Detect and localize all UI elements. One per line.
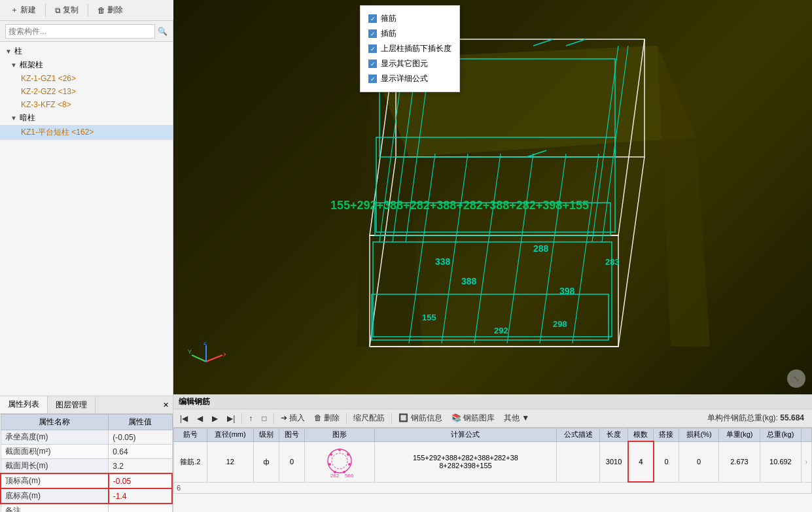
rebar-library-button[interactable]: 📚 钢筋图库: [448, 411, 499, 425]
prop-value[interactable]: (-0.05): [109, 430, 172, 445]
tab-property[interactable]: 属性列表: [0, 396, 48, 413]
separator: [45, 4, 46, 17]
nav-next-button[interactable]: ▶: [208, 413, 222, 424]
checkbox-insert[interactable]: [368, 29, 377, 38]
col-total-weight: 总重(kg): [760, 428, 801, 442]
prop-name: 承坐高度(m): [1, 430, 109, 445]
prop-value[interactable]: -0.05: [109, 473, 172, 488]
navigate-icon[interactable]: ⤡: [787, 369, 805, 388]
3d-viewport[interactable]: 箍筋 插筋 上层柱插筋下插长度 显示其它图元 显示详细公式: [173, 0, 812, 394]
tree-item-kz1-platform[interactable]: KZ1-平台短柱 <162>: [0, 125, 173, 140]
menu-label-upper-insert: 上层柱插筋下插长度: [381, 43, 451, 54]
checkbox-hoop[interactable]: [368, 14, 377, 23]
cell-diameter[interactable]: 12: [207, 441, 253, 482]
prop-row-note: 备注: [1, 503, 172, 512]
checkbox-show-others[interactable]: [368, 60, 377, 68]
prop-row: 截面周长(m) 3.2: [1, 459, 172, 474]
prop-name: 截面周长(m): [1, 459, 109, 474]
edit-rebar-title: 编辑钢筋: [179, 396, 210, 407]
popup-menu: 箍筋 插筋 上层柱插筋下插长度 显示其它图元 显示详细公式: [360, 5, 460, 92]
box-button[interactable]: □: [258, 413, 270, 424]
cell-splice[interactable]: 0: [654, 441, 679, 482]
prop-value[interactable]: [109, 503, 172, 512]
tree-subgroup-kuangjia[interactable]: ▼ 框架柱: [0, 58, 173, 72]
cell-figno[interactable]: 0: [279, 441, 305, 482]
cell-id[interactable]: 箍筋.2: [174, 441, 207, 482]
rebar-row-1: 箍筋.2 12 ф 0: [174, 441, 812, 482]
col-count: 根数: [628, 428, 654, 442]
col-unit-weight: 单重(kg): [719, 428, 760, 442]
search-icon: 🔍: [158, 27, 168, 36]
svg-line-41: [192, 355, 206, 362]
col-shape: 图形: [305, 428, 375, 442]
col-id: 筋号: [174, 428, 207, 442]
svg-point-48: [347, 453, 349, 456]
menu-item-show-formula[interactable]: 显示详细公式: [366, 71, 454, 86]
menu-label-show-others: 显示其它图元: [381, 58, 428, 69]
tree-group-zhu[interactable]: ▼ 柱: [0, 44, 173, 58]
menu-item-hoop[interactable]: 箍筋: [366, 11, 454, 26]
cell-loss[interactable]: 0: [679, 441, 719, 482]
svg-line-27: [533, 39, 553, 46]
prop-row-top-height: 顶标高(m) -0.05: [1, 473, 172, 488]
svg-text:292: 292: [494, 326, 508, 335]
delete-rebar-button[interactable]: 🗑 删除: [310, 411, 344, 425]
cell-desc[interactable]: [556, 441, 600, 482]
tree-item-kz3[interactable]: KZ-3-KFZ <8>: [0, 98, 173, 111]
tree-subgroup-label: 框架柱: [20, 60, 43, 71]
tree-subgroup-anzhu[interactable]: ▼ 暗柱: [0, 111, 173, 125]
svg-point-46: [332, 453, 347, 469]
other-button[interactable]: 其他 ▼: [500, 411, 533, 425]
scale-button[interactable]: 缩尺配筋: [349, 411, 389, 425]
menu-item-insert[interactable]: 插筋: [366, 26, 454, 41]
svg-line-19: [507, 154, 533, 343]
new-icon: ＋: [10, 5, 18, 16]
cell-count[interactable]: 4: [628, 441, 654, 482]
menu-item-upper-insert[interactable]: 上层柱插筋下插长度: [366, 41, 454, 56]
checkbox-show-formula[interactable]: [368, 75, 377, 83]
cell-unit-weight[interactable]: 2.673: [719, 441, 760, 482]
cell-formula[interactable]: 155+292+388+282+388+282+388+282+398+155: [375, 441, 556, 482]
property-scroll: 属性名称 属性值 承坐高度(m) (-0.05) 截面面积(m²) 0.64 截…: [0, 414, 173, 512]
search-input[interactable]: [5, 24, 155, 39]
cell-grade[interactable]: ф: [254, 441, 279, 482]
svg-point-47: [338, 449, 341, 451]
sep2: [274, 413, 274, 424]
prop-value[interactable]: 0.64: [109, 445, 172, 459]
tab-layer[interactable]: 图层管理: [48, 397, 96, 413]
checkbox-upper-insert[interactable]: [368, 44, 377, 53]
col-diameter: 直径(mm): [207, 428, 253, 442]
prop-name: 备注: [1, 503, 109, 512]
col-length: 长度: [600, 428, 628, 442]
svg-text:Z: Z: [203, 342, 207, 346]
rebar-info-button[interactable]: 🔲 钢筋信息: [395, 411, 446, 425]
col-desc: 公式描述: [556, 428, 600, 442]
col-formula: 计算公式: [375, 428, 556, 442]
row-count-cell: 6: [174, 482, 812, 494]
svg-text:X: X: [223, 351, 226, 358]
delete-button[interactable]: 🗑 删除: [92, 3, 128, 17]
insert-button[interactable]: ➔ 插入: [277, 411, 309, 425]
prop-value[interactable]: -1.4: [109, 488, 172, 503]
new-button[interactable]: ＋ 新建: [5, 3, 41, 17]
copy-button[interactable]: ⧉ 复制: [50, 3, 84, 17]
nav-last-button[interactable]: ▶|: [223, 413, 239, 424]
tree-item-kz1[interactable]: KZ-1-GZ1 <26>: [0, 72, 173, 85]
svg-text:338: 338: [435, 256, 451, 267]
nav-first-button[interactable]: |◀: [176, 413, 192, 424]
tree-item-kz2[interactable]: KZ-2-GZ2 <13>: [0, 85, 173, 98]
tab-bar: 属性列表 图层管理 ✕: [0, 396, 173, 414]
svg-line-29: [527, 150, 546, 157]
rebar-row-footer: 6: [174, 482, 812, 494]
sep4: [391, 413, 392, 424]
nav-prev-button[interactable]: ◀: [193, 413, 207, 424]
menu-item-show-others[interactable]: 显示其它图元: [366, 56, 454, 71]
prop-value[interactable]: 3.2: [109, 459, 172, 474]
rebar-table-container[interactable]: 筋号 直径(mm) 级别 图号 图形 计算公式 公式描述 长度 根数 搭接 损耗…: [173, 428, 812, 512]
close-panel-button[interactable]: ✕: [159, 400, 173, 411]
delete-icon: 🗑: [97, 6, 105, 15]
left-toolbar: ＋ 新建 ⧉ 复制 🗑 删除: [0, 0, 173, 21]
cell-length[interactable]: 3010: [600, 441, 628, 482]
cell-total-weight[interactable]: 10.692: [760, 441, 801, 482]
up-button[interactable]: ↑: [245, 413, 256, 424]
